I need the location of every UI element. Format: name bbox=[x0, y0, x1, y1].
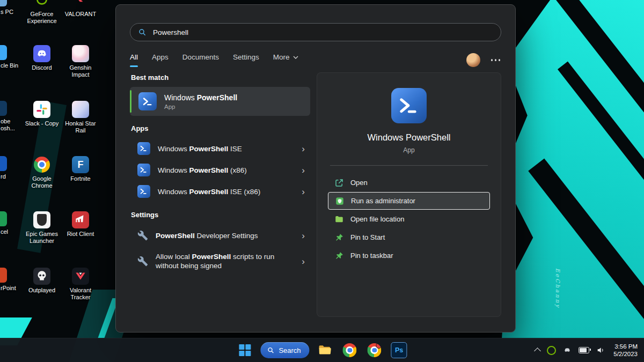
result-powershell-ise-x86[interactable]: Windows PowerShell ISE (x86) › bbox=[130, 181, 310, 202]
desktop-icon-discord[interactable]: Discord bbox=[21, 45, 62, 71]
chevron-up-icon[interactable] bbox=[534, 348, 541, 354]
this-pc-icon bbox=[0, 0, 7, 6]
tab-all[interactable]: All bbox=[130, 53, 138, 67]
powershell-icon bbox=[137, 164, 150, 176]
desktop-icon-label: cel bbox=[1, 228, 24, 235]
user-avatar[interactable] bbox=[466, 53, 480, 67]
search-bar[interactable] bbox=[130, 23, 501, 41]
tab-documents[interactable]: Documents bbox=[182, 53, 219, 67]
desktop-icon-outplayed[interactable]: Outplayed bbox=[21, 268, 62, 294]
desktop-icon-adobe-photoshop[interactable]: obe osh... bbox=[0, 101, 24, 131]
battery-icon[interactable] bbox=[579, 347, 589, 353]
tab-label: All bbox=[130, 53, 138, 61]
more-options-icon[interactable] bbox=[490, 57, 502, 63]
desktop-icon-label: Slack - Copy bbox=[21, 120, 62, 127]
tab-apps[interactable]: Apps bbox=[152, 53, 169, 67]
desktop: EeChanny s PC cle Bin obe osh... rd cel … bbox=[0, 0, 644, 362]
action-pin-to-start[interactable]: Pin to Start bbox=[328, 228, 490, 246]
powershell-icon bbox=[137, 185, 150, 198]
tab-label: Apps bbox=[152, 53, 169, 61]
desktop-icon-recycle-bin[interactable]: cle Bin bbox=[0, 45, 24, 69]
wallpaper-signature: EeChanny bbox=[555, 268, 561, 309]
chevron-right-icon[interactable]: › bbox=[302, 257, 305, 266]
tab-label: Documents bbox=[182, 53, 219, 61]
chevron-down-icon bbox=[293, 56, 298, 59]
desktop-icon-fortnite[interactable]: Fortnite bbox=[60, 156, 101, 182]
tab-settings[interactable]: Settings bbox=[233, 53, 259, 67]
result-label: Windows PowerShell ISE bbox=[158, 145, 242, 153]
desktop-icon-valorant-tracker[interactable]: Valorant Tracker bbox=[60, 268, 101, 300]
valorant-tracker-icon bbox=[72, 268, 89, 285]
desktop-icon-google-chrome[interactable]: Google Chrome bbox=[21, 156, 62, 189]
chrome-icon bbox=[343, 343, 357, 357]
chevron-right-icon[interactable]: › bbox=[302, 187, 305, 196]
volume-icon[interactable] bbox=[596, 346, 605, 354]
system-tray: 3:56 PM 5/2/2023 bbox=[535, 338, 638, 362]
chevron-right-icon[interactable]: › bbox=[302, 166, 305, 175]
desktop-icon-honkai-star-rail[interactable]: Honkai Star Rail bbox=[60, 101, 101, 134]
taskbar-clock[interactable]: 3:56 PM 5/2/2023 bbox=[613, 343, 638, 358]
desktop-icon-word[interactable]: rd bbox=[0, 156, 24, 180]
clock-date: 5/2/2023 bbox=[613, 350, 638, 358]
action-run-as-administrator[interactable]: Run as administrator bbox=[328, 192, 490, 210]
geforce-tray-icon[interactable] bbox=[547, 346, 556, 355]
desktop-icon-label: Honkai Star Rail bbox=[60, 120, 101, 134]
taskbar-search-button[interactable]: Search bbox=[260, 342, 309, 358]
action-open-file-location[interactable]: Open file location bbox=[328, 210, 490, 228]
tabs-right-cluster bbox=[466, 53, 502, 67]
wrench-icon bbox=[137, 256, 148, 267]
section-header-best-match: Best match bbox=[131, 73, 310, 82]
tab-more[interactable]: More bbox=[273, 53, 298, 67]
desktop-icon-powerpoint[interactable]: rPoint bbox=[0, 268, 24, 292]
result-title: Windows PowerShell bbox=[164, 93, 237, 102]
result-type: App bbox=[164, 104, 237, 110]
photoshop-icon: Ps bbox=[391, 342, 407, 358]
epic-games-icon bbox=[33, 211, 50, 228]
result-label: Windows PowerShell ISE (x86) bbox=[158, 188, 260, 196]
best-match-result[interactable]: Windows PowerShell App bbox=[130, 87, 310, 116]
label-suffix: ISE bbox=[228, 145, 242, 153]
desktop-icon-label: cle Bin bbox=[1, 62, 24, 69]
discord-icon bbox=[33, 45, 50, 62]
label-suffix: ISE (x86) bbox=[228, 188, 260, 196]
open-icon bbox=[334, 178, 344, 188]
result-powershell-ise[interactable]: Windows PowerShell ISE › bbox=[130, 138, 310, 159]
result-powershell-x86[interactable]: Windows PowerShell (x86) › bbox=[130, 159, 310, 181]
desktop-icon-genshin-impact[interactable]: Genshin Impact bbox=[60, 45, 101, 78]
action-open[interactable]: Open bbox=[328, 174, 490, 191]
desktop-icon-riot-client[interactable]: Riot Client bbox=[60, 211, 101, 238]
preview-panel: Windows PowerShell App Open Run as admin… bbox=[317, 72, 501, 317]
chevron-right-icon[interactable]: › bbox=[302, 144, 305, 153]
desktop-icon-epic-games[interactable]: Epic Games Launcher bbox=[21, 211, 62, 244]
label-match: PowerShell bbox=[189, 145, 229, 153]
powershell-icon bbox=[138, 92, 157, 110]
valorant-icon bbox=[72, 0, 89, 9]
desktop-icon-excel[interactable]: cel bbox=[0, 211, 24, 235]
notification-badge bbox=[376, 343, 382, 349]
chevron-right-icon[interactable]: › bbox=[302, 231, 305, 240]
label-suffix: Developer Settings bbox=[195, 232, 258, 240]
label-match: PowerShell bbox=[156, 232, 195, 240]
start-button[interactable] bbox=[236, 341, 254, 359]
desktop-icon-label: VALORANT bbox=[60, 11, 101, 18]
action-pin-to-taskbar[interactable]: Pin to taskbar bbox=[328, 247, 490, 264]
tab-label: Settings bbox=[233, 53, 259, 61]
label-prefix: Allow local bbox=[156, 253, 192, 261]
result-label: Windows PowerShell (x86) bbox=[158, 166, 247, 174]
label-prefix: Windows bbox=[164, 93, 197, 102]
run-as-admin-icon bbox=[335, 196, 345, 206]
powerpoint-icon bbox=[0, 268, 7, 283]
file-explorer-button[interactable] bbox=[316, 341, 334, 359]
result-powershell-developer-settings[interactable]: PowerShell Developer Settings › bbox=[130, 224, 310, 247]
desktop-icon-valorant[interactable]: VALORANT bbox=[60, 0, 101, 18]
desktop-icon-slack[interactable]: Slack - Copy bbox=[21, 101, 62, 127]
photoshop-button[interactable]: Ps bbox=[390, 341, 408, 359]
result-allow-local-scripts[interactable]: Allow local PowerShell scripts to run wi… bbox=[130, 247, 310, 276]
chrome-profile-button[interactable] bbox=[365, 341, 384, 359]
desktop-icon-geforce-experience[interactable]: GeForce Experience bbox=[21, 0, 62, 24]
chrome-button[interactable] bbox=[341, 341, 359, 359]
search-input[interactable] bbox=[152, 28, 493, 37]
discord-tray-icon[interactable] bbox=[563, 346, 572, 354]
genshin-impact-icon bbox=[72, 45, 89, 62]
desktop-icon-this-pc[interactable]: s PC bbox=[0, 0, 24, 16]
